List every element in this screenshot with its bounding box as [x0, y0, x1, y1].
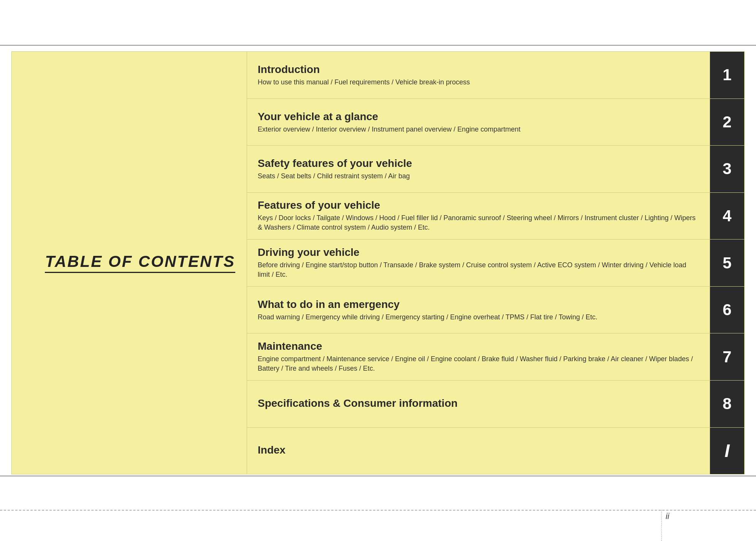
toc-entry-content-specifications: Specifications & Consumer information: [247, 381, 710, 427]
vertical-line-bottom: [661, 510, 662, 541]
toc-entry-content-vehicle-at-glance: Your vehicle at a glance Exterior overvi…: [247, 99, 710, 146]
toc-entry-title-introduction: Introduction: [258, 63, 699, 76]
toc-entry-number-safety-features: 3: [710, 146, 744, 192]
toc-entry-content-introduction: Introduction How to use this manual / Fu…: [247, 52, 710, 98]
toc-entry-subtitle-emergency: Road warning / Emergency while driving /…: [258, 313, 699, 322]
toc-entry-subtitle-vehicle-at-glance: Exterior overview / Interior overview / …: [258, 125, 699, 134]
toc-entry-title-features: Features of your vehicle: [258, 199, 699, 211]
toc-entry-features[interactable]: Features of your vehicle Keys / Door loc…: [247, 193, 744, 240]
toc-entry-emergency[interactable]: What to do in an emergency Road warning …: [247, 287, 744, 334]
toc-entry-safety-features[interactable]: Safety features of your vehicle Seats / …: [247, 146, 744, 193]
toc-entry-number-vehicle-at-glance: 2: [710, 99, 744, 146]
toc-title: TABLE OF CONTENTS: [45, 252, 235, 270]
toc-entry-title-vehicle-at-glance: Your vehicle at a glance: [258, 111, 699, 123]
toc-entry-content-driving: Driving your vehicle Before driving / En…: [247, 240, 710, 286]
toc-entry-number-driving: 5: [710, 240, 744, 286]
toc-entry-content-features: Features of your vehicle Keys / Door loc…: [247, 193, 710, 240]
toc-entry-maintenance[interactable]: Maintenance Engine compartment / Mainten…: [247, 333, 744, 381]
toc-entry-content-maintenance: Maintenance Engine compartment / Mainten…: [247, 333, 710, 380]
toc-entry-number-introduction: 1: [710, 52, 744, 98]
toc-entry-content-emergency: What to do in an emergency Road warning …: [247, 287, 710, 333]
toc-entry-subtitle-safety-features: Seats / Seat belts / Child restraint sys…: [258, 171, 699, 181]
toc-entry-subtitle-driving: Before driving / Engine start/stop butto…: [258, 260, 699, 279]
toc-entry-content-safety-features: Safety features of your vehicle Seats / …: [247, 146, 710, 192]
main-content: TABLE OF CONTENTS Introduction How to us…: [11, 51, 745, 474]
toc-entry-subtitle-introduction: How to use this manual / Fuel requiremen…: [258, 78, 699, 87]
toc-entry-title-driving: Driving your vehicle: [258, 246, 699, 259]
toc-title-underline: [45, 272, 235, 273]
toc-entry-title-maintenance: Maintenance: [258, 340, 699, 352]
toc-entry-number-features: 4: [710, 193, 744, 240]
toc-entry-subtitle-maintenance: Engine compartment / Maintenance service…: [258, 354, 699, 373]
toc-entry-title-emergency: What to do in an emergency: [258, 298, 699, 311]
toc-entry-number-index: I: [710, 428, 744, 474]
toc-entry-specifications[interactable]: Specifications & Consumer information 8: [247, 381, 744, 428]
toc-entry-number-specifications: 8: [710, 381, 744, 427]
top-rule: [0, 45, 756, 46]
toc-entry-vehicle-at-glance[interactable]: Your vehicle at a glance Exterior overvi…: [247, 99, 744, 146]
toc-entry-introduction[interactable]: Introduction How to use this manual / Fu…: [247, 52, 744, 99]
page-wrapper: TABLE OF CONTENTS Introduction How to us…: [0, 0, 756, 541]
toc-entry-content-index: Index: [247, 428, 710, 474]
right-panel: Introduction How to use this manual / Fu…: [247, 51, 745, 474]
bottom-rule: [0, 476, 756, 476]
toc-entry-index[interactable]: Index I: [247, 428, 744, 474]
toc-entry-title-safety-features: Safety features of your vehicle: [258, 157, 699, 170]
toc-entry-driving[interactable]: Driving your vehicle Before driving / En…: [247, 240, 744, 287]
left-panel: TABLE OF CONTENTS: [11, 51, 247, 474]
toc-entry-title-specifications: Specifications & Consumer information: [258, 397, 699, 409]
toc-entry-title-index: Index: [258, 444, 699, 456]
toc-title-block: TABLE OF CONTENTS: [45, 253, 235, 273]
toc-entry-number-maintenance: 7: [710, 333, 744, 380]
dashed-rule: [0, 510, 756, 511]
toc-entry-subtitle-features: Keys / Door locks / Tailgate / Windows /…: [258, 213, 699, 232]
page-number: ii: [666, 511, 669, 521]
toc-entry-number-emergency: 6: [710, 287, 744, 333]
